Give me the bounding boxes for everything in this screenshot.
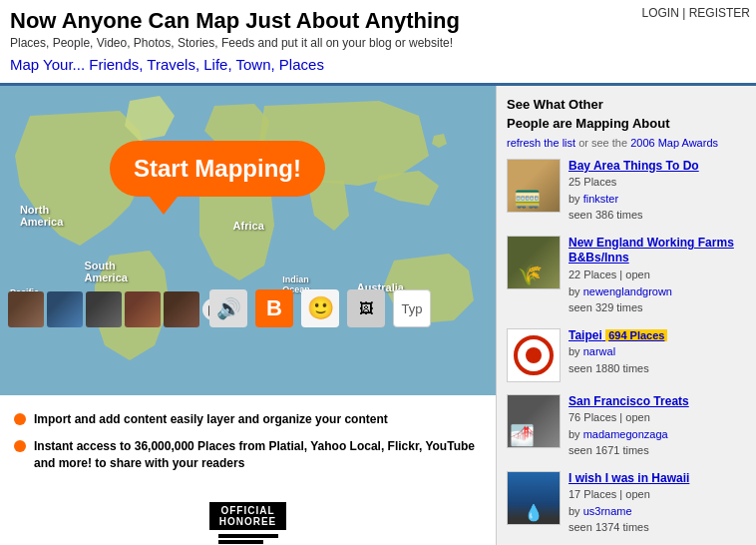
map-info-4: San Francisco Treats 76 Places | open by… [568,394,689,459]
map-title-2[interactable]: New England Working Farms B&Bs/Inns [568,236,746,267]
start-mapping-cta[interactable]: Start Mapping! [110,141,325,197]
thumb-sf [507,394,561,448]
right-panel: See What Other People are Mapping About … [496,86,756,545]
see-what-heading: See What Other People are Mapping About [507,96,746,132]
highlight-places-3: 694 Places [605,329,667,341]
map-author-5[interactable]: us3rname [583,505,632,517]
map-title-1[interactable]: Bay Area Things To Do [568,159,699,175]
avatar-1 [8,291,44,327]
site-subtitle: Places, People, Video, Photos, Stories, … [10,36,746,50]
award-line-1 [218,534,278,538]
map-info-5: I wish I was in Hawaii 17 Places | open … [568,471,689,536]
award-official-text: OFFICIALHONOREE [209,502,287,530]
feature-2: Instant access to 36,000,000 Places from… [14,438,486,472]
avatar-strip: ▶ [8,291,224,327]
map-item-3: Taipei 694 Places by narwal seen 1880 ti… [507,328,746,382]
map-meta-3: by narwal seen 1880 times [568,343,667,376]
register-link[interactable]: REGISTER [689,6,750,20]
thumb-hawaii [507,471,561,525]
map-item-5: I wish I was in Hawaii 17 Places | open … [507,471,746,536]
mapyour-line: Map Your... Friends, Travels, Life, Town… [10,56,746,73]
avatar-5 [164,291,199,327]
map-meta-5: 17 Places | open by us3rname seen 1374 t… [568,486,689,536]
type-label[interactable]: Typ [393,289,431,327]
bullet-1 [14,413,26,425]
map-author-1[interactable]: finkster [583,193,618,205]
map-meta-1: 25 Places by finkster seen 386 times [568,174,699,224]
map-info-3: Taipei 694 Places by narwal seen 1880 ti… [568,328,667,382]
mapyour-label: Map Your... [10,56,85,73]
map-title-5[interactable]: I wish I was in Hawaii [568,471,689,487]
features-area: Import and add content easily layer and … [0,395,496,491]
map-item-4: San Francisco Treats 76 Places | open by… [507,394,746,459]
avatar-4 [125,291,161,327]
map-title-4[interactable]: San Francisco Treats [568,394,689,410]
bullet-2 [14,440,26,452]
taipei-inner [526,347,542,363]
avatar-3 [86,291,122,327]
photo-icon[interactable]: 🖼 [347,289,385,327]
refresh-link[interactable]: refresh the list [507,137,575,149]
award-area: OFFICIALHONOREE 2007 WEBBY AWARDS [0,492,496,545]
site-title: Now Anyone Can Map Just About Anything [10,8,746,34]
login-link[interactable]: LOGIN [642,6,679,20]
map-icons: 🔊 B 🙂 🖼 Typ [209,289,431,327]
award-line-2 [218,540,263,544]
map-info-1: Bay Area Things To Do 25 Places by finks… [568,159,699,224]
feature-text-2: Instant access to 36,000,000 Places from… [34,438,486,472]
map-author-4[interactable]: madamegonzaga [583,428,668,440]
awards-link[interactable]: 2006 Map Awards [630,137,718,149]
taipei-circle [514,335,554,375]
thumb-farm [507,236,561,289]
map-author-3[interactable]: narwal [583,345,615,357]
map-info-2: New England Working Farms B&Bs/Inns 22 P… [568,236,746,316]
smiley-icon[interactable]: 🙂 [301,289,339,327]
thumb-bay [507,159,561,213]
map-author-2[interactable]: newenglandgrown [583,285,672,297]
webby-badge: OFFICIALHONOREE 2007 WEBBY AWARDS [209,502,287,545]
map-item-2: New England Working Farms B&Bs/Inns 22 P… [507,236,746,316]
feature-1: Import and add content easily layer and … [14,411,486,428]
feature-text-1: Import and add content easily layer and … [34,411,388,428]
map-item-1: Bay Area Things To Do 25 Places by finks… [507,159,746,224]
or-text: or see the [578,137,627,149]
blogger-icon[interactable]: B [255,289,293,327]
avatar-2 [47,291,83,327]
map-area[interactable]: NorthAmerica Africa SouthAmerica Pacific… [0,86,496,395]
map-meta-4: 76 Places | open by madamegonzaga seen 1… [568,409,689,459]
map-title-3[interactable]: Taipei 694 Places [568,328,667,344]
map-meta-2: 22 Places | open by newenglandgrown seen… [568,267,746,316]
mapyour-links: Friends, Travels, Life, Town, Places [89,56,324,73]
award-decoration [218,534,278,545]
speaker-icon[interactable]: 🔊 [209,289,247,327]
thumb-taipei [507,328,561,382]
refresh-line: refresh the list or see the 2006 Map Awa… [507,137,746,149]
